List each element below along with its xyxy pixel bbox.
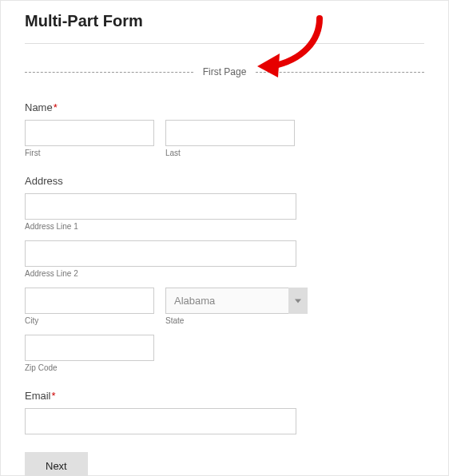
first-name-input[interactable] — [25, 120, 154, 146]
city-sublabel: City — [25, 316, 154, 325]
next-button[interactable]: Next — [25, 452, 88, 476]
address-label: Address — [25, 175, 424, 187]
required-mark: * — [52, 390, 56, 402]
page-title: Multi-Part Form — [25, 12, 424, 30]
name-label-text: Name — [25, 101, 53, 113]
zip-input[interactable] — [25, 335, 154, 361]
page-break-indicator: First Page — [25, 66, 424, 77]
name-field-group: Name* First Last — [25, 101, 424, 157]
address-field-group: Address Address Line 1 Address Line 2 Ci… — [25, 175, 424, 372]
address-line2-sublabel: Address Line 2 — [25, 269, 296, 278]
page-break-label: First Page — [193, 66, 256, 77]
first-name-sublabel: First — [25, 149, 154, 157]
address-line2-input[interactable] — [25, 240, 296, 267]
email-label: Email* — [25, 390, 424, 402]
zip-sublabel: Zip Code — [25, 363, 154, 372]
last-name-sublabel: Last — [165, 149, 295, 157]
email-input[interactable] — [25, 408, 296, 434]
state-sublabel: State — [165, 316, 308, 325]
name-label: Name* — [25, 101, 424, 113]
address-line1-sublabel: Address Line 1 — [25, 222, 296, 231]
address-line1-input[interactable] — [25, 193, 296, 220]
email-field-group: Email* — [25, 390, 424, 434]
divider — [25, 43, 424, 44]
state-select[interactable]: Alabama — [165, 288, 308, 314]
required-mark: * — [54, 101, 58, 113]
email-label-text: Email — [25, 390, 51, 402]
city-input[interactable] — [25, 288, 154, 314]
last-name-input[interactable] — [165, 120, 295, 146]
form-container: Multi-Part Form First Page Name* First L… — [0, 0, 449, 476]
